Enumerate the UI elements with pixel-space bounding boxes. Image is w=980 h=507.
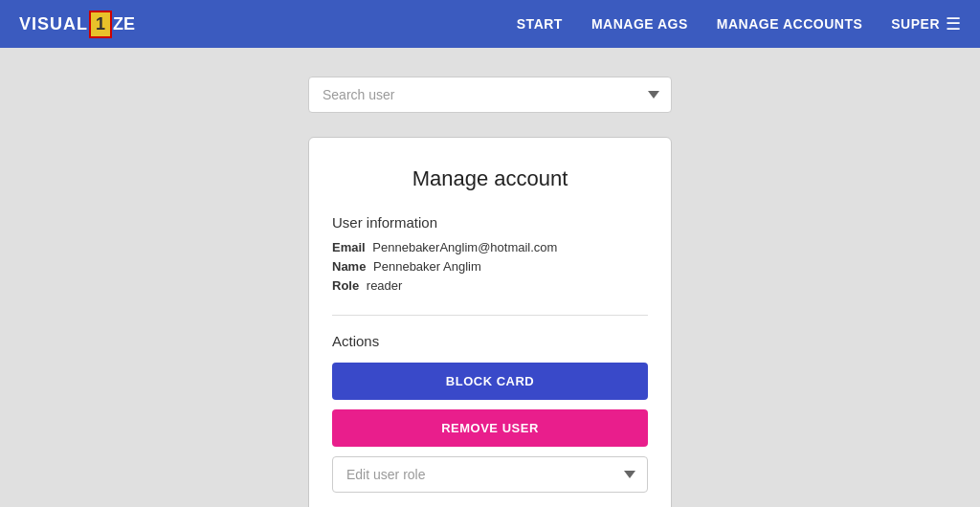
nav-link-manage-accounts[interactable]: MANAGE ACCOUNTS <box>717 16 862 32</box>
logo-text-ze: ZE <box>113 14 135 34</box>
logo-number: 1 <box>89 11 112 38</box>
user-email-row: Email PennebakerAnglim@hotmail.com <box>332 240 648 254</box>
remove-user-button[interactable]: REMOVE USER <box>332 409 648 447</box>
role-label: Role <box>332 278 359 293</box>
user-info-heading: User information <box>332 214 648 231</box>
navbar: VISUAL 1 ZE START MANAGE AGS MANAGE ACCO… <box>0 0 980 48</box>
main-content: Search user Manage account User informat… <box>0 48 980 507</box>
nav-link-start[interactable]: START <box>517 16 563 32</box>
nav-link-manage-ags[interactable]: MANAGE AGS <box>591 16 688 32</box>
card-title: Manage account <box>332 166 648 191</box>
actions-section: Actions BLOCK CARD REMOVE USER Edit user… <box>332 333 648 493</box>
nav-links: START MANAGE AGS MANAGE ACCOUNTS SUPER ☰ <box>517 13 961 34</box>
hamburger-icon[interactable]: ☰ <box>946 13 961 34</box>
nav-link-super[interactable]: SUPER <box>891 16 940 32</box>
user-role-row: Role reader <box>332 278 648 293</box>
actions-heading: Actions <box>332 333 648 349</box>
edit-user-role-select[interactable]: Edit user role reader editor admin <box>332 456 648 493</box>
logo-text-visual: VISUAL <box>19 14 88 34</box>
manage-account-card: Manage account User information Email Pe… <box>308 137 672 507</box>
search-container: Search user <box>308 77 672 113</box>
name-label: Name <box>332 259 366 274</box>
logo: VISUAL 1 ZE <box>19 11 135 38</box>
email-value: PennebakerAnglim@hotmail.com <box>372 240 557 254</box>
nav-super: SUPER ☰ <box>891 13 961 34</box>
block-card-button[interactable]: BLOCK CARD <box>332 363 648 400</box>
user-name-row: Name Pennebaker Anglim <box>332 259 648 274</box>
user-info-section: User information Email PennebakerAnglim@… <box>332 214 648 316</box>
role-value: reader <box>367 278 403 293</box>
name-value: Pennebaker Anglim <box>373 259 481 274</box>
search-user-select[interactable]: Search user <box>308 77 672 113</box>
email-label: Email <box>332 240 366 254</box>
